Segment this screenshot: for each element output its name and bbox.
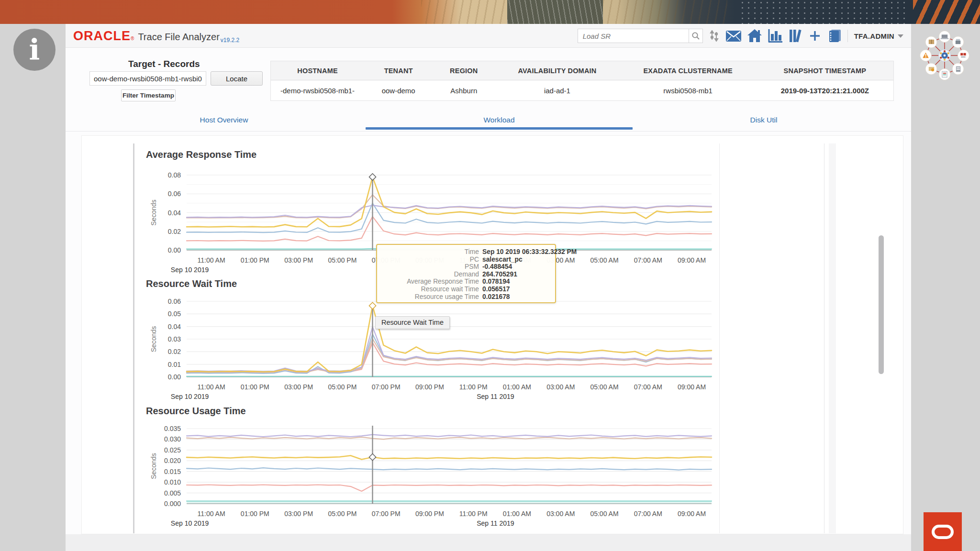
svg-text:Seconds: Seconds: [150, 199, 157, 225]
svg-text:0.02: 0.02: [168, 348, 181, 355]
svg-text:07:00 AM: 07:00 AM: [634, 383, 662, 391]
svg-text:0.03: 0.03: [168, 335, 181, 343]
svg-text:Seconds: Seconds: [150, 326, 157, 352]
col-region: REGION: [433, 67, 495, 75]
user-menu[interactable]: TFA.ADMIN: [854, 32, 903, 40]
tooltip-value: Sep 10 2019 06:33:32.3232 PM: [482, 248, 577, 256]
svg-text:11:00 PM: 11:00 PM: [459, 383, 488, 391]
chart-plot-2[interactable]: 0.0000.0050.0100.0150.0200.0250.0300.035…: [144, 419, 718, 534]
add-icon[interactable]: [809, 30, 821, 42]
header-divider: [847, 30, 848, 42]
tooltip-value: 0.021678: [482, 293, 510, 301]
top-photo-banner: [0, 0, 980, 24]
col-tenant: TENANT: [364, 67, 433, 75]
user-name: TFA.ADMIN: [854, 32, 894, 40]
info-icon[interactable]: i: [13, 29, 56, 71]
app-header: ORACLE® Trace File Analyzer v19.2.2: [66, 24, 911, 48]
svg-text:Sep 11 2019: Sep 11 2019: [477, 519, 514, 527]
chart-plot-1[interactable]: 0.000.010.020.030.040.050.06Seconds11:00…: [144, 292, 718, 407]
svg-text:07:00 PM: 07:00 PM: [372, 383, 401, 391]
tooltip-label: Time: [381, 248, 482, 256]
svg-text:0.05: 0.05: [168, 310, 181, 318]
svg-text:05:00 PM: 05:00 PM: [328, 510, 356, 518]
search-icon[interactable]: [689, 29, 703, 43]
svg-text:09:00 AM: 09:00 AM: [678, 256, 706, 264]
svg-text:03:00 PM: 03:00 PM: [284, 383, 313, 391]
tooltip-label: PSM: [381, 263, 482, 271]
svg-text:09:00 AM: 09:00 AM: [678, 510, 706, 518]
snapshot-table: HOSTNAME TENANT REGION AVAILABILITY DOMA…: [270, 61, 894, 101]
col-snapshot-timestamp: SNAPSHOT TIMESTAMP: [757, 67, 893, 75]
home-icon[interactable]: [747, 29, 762, 43]
svg-text:0.04: 0.04: [168, 323, 181, 331]
cell-snapshot-timestamp: 2019-09-13T20:21:21.000Z: [757, 87, 893, 95]
svg-text:0.025: 0.025: [164, 446, 181, 454]
cell-availability-domain: iad-ad-1: [495, 87, 619, 95]
svg-text:0.00: 0.00: [168, 246, 181, 254]
target-input[interactable]: [89, 71, 206, 86]
svg-text:0.015: 0.015: [164, 468, 181, 475]
svg-text:0.010: 0.010: [164, 478, 181, 486]
svg-text:0.06: 0.06: [168, 190, 181, 198]
col-availability-domain: AVAILABILITY DOMAIN: [495, 67, 619, 75]
vertical-scrollbar-thumb[interactable]: [879, 235, 884, 374]
svg-text:03:00 AM: 03:00 AM: [546, 383, 575, 391]
svg-text:01:00 AM: 01:00 AM: [503, 383, 531, 391]
cell-exadata-clustername: rwsbi0508-mb1: [620, 87, 757, 95]
load-sr-input[interactable]: [578, 29, 689, 43]
table-header-row: HOSTNAME TENANT REGION AVAILABILITY DOMA…: [271, 61, 893, 80]
locate-button[interactable]: Locate: [211, 71, 263, 86]
tooltip-label: Demand: [381, 271, 482, 278]
col-hostname: HOSTNAME: [271, 67, 364, 75]
svg-text:07:00 AM: 07:00 AM: [634, 256, 662, 264]
brand: ORACLE® Trace File Analyzer v19.2.2: [73, 30, 239, 43]
filter-timestamp-button[interactable]: Filter Timestamp: [121, 89, 176, 101]
svg-text:01:00 PM: 01:00 PM: [241, 383, 269, 391]
tab-host-overview[interactable]: Host Overview: [200, 116, 248, 124]
svg-text:03:00 PM: 03:00 PM: [284, 256, 313, 264]
chart-resource-wait-time[interactable]: 0.000.010.020.030.040.050.06Seconds11:00…: [144, 292, 718, 407]
panel-right-divider-1: [719, 143, 720, 533]
oracle-logo-button[interactable]: [924, 512, 962, 551]
tooltip-label: Resource usage Time: [381, 293, 482, 301]
app-title: Trace File Analyzer: [138, 32, 219, 43]
svg-text:0.035: 0.035: [164, 425, 181, 432]
filter-sliders-icon[interactable]: [709, 30, 720, 42]
svg-text:0.00: 0.00: [168, 373, 181, 381]
svg-text:05:00 AM: 05:00 AM: [590, 383, 618, 391]
cell-tenant: oow-demo: [364, 87, 433, 95]
svg-text:09:00 PM: 09:00 PM: [415, 510, 444, 518]
bar-chart-icon[interactable]: [768, 29, 782, 43]
oracle-o-icon: [932, 525, 954, 539]
mail-icon[interactable]: [726, 31, 741, 42]
svg-text:0.030: 0.030: [164, 435, 181, 443]
tab-workload[interactable]: Workload: [483, 116, 514, 124]
svg-text:09:00 PM: 09:00 PM: [415, 383, 444, 391]
tooltip-value: 0.078194: [482, 278, 510, 286]
svg-text:01:00 PM: 01:00 PM: [241, 510, 269, 518]
tfa-application-window: ORACLE® Trace File Analyzer v19.2.2: [66, 24, 911, 551]
panel-right-divider-2: [824, 143, 824, 533]
tooltip-label: PC: [381, 256, 482, 264]
svg-text:05:00 AM: 05:00 AM: [590, 256, 618, 264]
library-icon[interactable]: [789, 29, 803, 43]
table-row[interactable]: -demo-rwsbi0508-mb1- oow-demo Ashburn ia…: [271, 80, 893, 100]
tooltip-value: -0.488454: [482, 263, 512, 271]
svg-text:05:00 PM: 05:00 PM: [328, 256, 356, 264]
svg-text:01:00 AM: 01:00 AM: [503, 510, 531, 518]
app-network-hub-icon[interactable]: [919, 31, 970, 80]
bottom-strip: [66, 534, 911, 551]
tab-disk-util[interactable]: Disk Util: [750, 116, 778, 124]
svg-text:07:00 AM: 07:00 AM: [634, 510, 662, 518]
svg-text:0.06: 0.06: [168, 298, 181, 305]
svg-text:05:00 PM: 05:00 PM: [328, 383, 356, 391]
svg-text:0.005: 0.005: [164, 489, 181, 497]
svg-text:07:00 PM: 07:00 PM: [372, 510, 401, 518]
svg-text:0.01: 0.01: [168, 361, 181, 368]
svg-text:11:00 AM: 11:00 AM: [197, 256, 225, 264]
svg-text:Sep 10 2019: Sep 10 2019: [171, 266, 209, 274]
svg-text:0.020: 0.020: [164, 457, 181, 464]
chart-resource-usage-time[interactable]: 0.0000.0050.0100.0150.0200.0250.0300.035…: [144, 419, 718, 534]
journal-icon[interactable]: [827, 29, 841, 43]
panel-left-divider: [133, 143, 134, 533]
